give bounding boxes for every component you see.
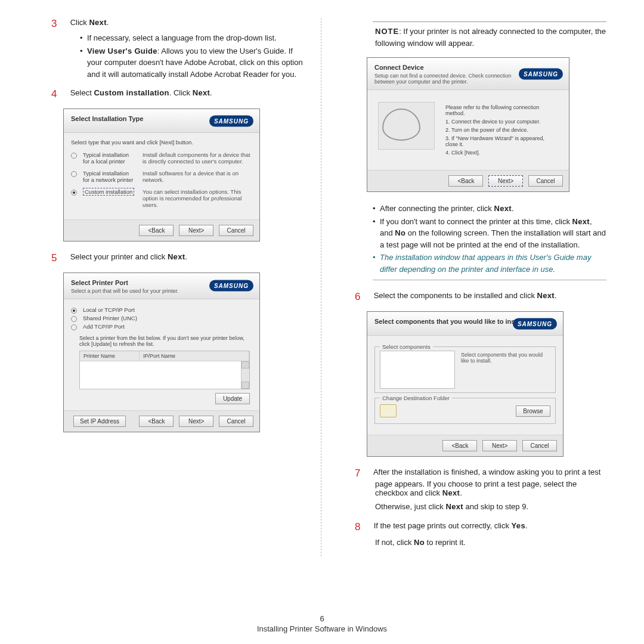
- dialog-subtitle: Select type that you want and click [Nex…: [71, 139, 252, 145]
- right-column: NOTE: If your printer is not already con…: [321, 18, 618, 556]
- step-3-bullets: If necessary, select a language from the…: [72, 32, 303, 80]
- divider: [373, 21, 606, 22]
- radio-shared-unc[interactable]: Shared Printer (UNC): [71, 315, 252, 322]
- samsung-logo: SAMSUNG: [209, 115, 253, 126]
- next-button[interactable]: Next>: [488, 175, 523, 187]
- connection-illustration: [378, 102, 435, 150]
- components-list[interactable]: [380, 351, 455, 389]
- scroll-down-icon[interactable]: [242, 382, 249, 389]
- dialog-header: Select Printer Port Select a port that w…: [64, 273, 259, 299]
- dialog-footer: <Back Next> Cancel: [367, 170, 569, 191]
- step-text-2: If not, click No to reprint it.: [375, 537, 606, 549]
- radio-icon: [71, 171, 77, 177]
- next-button[interactable]: Next>: [179, 416, 213, 427]
- dialog-header: Select components that you would like to…: [367, 312, 563, 336]
- update-button[interactable]: Update: [215, 393, 250, 404]
- bullet: If you don't want to connect the printer…: [373, 216, 606, 251]
- step-text: Select the components to be installed an…: [374, 291, 557, 300]
- dialog-footer: <Back Next> Cancel: [367, 435, 563, 456]
- dialog-select-installation-type: × Select Installation Type SAMSUNG Selec…: [63, 109, 260, 242]
- dialog-body: Local or TCP/IP Port Shared Printer (UNC…: [64, 299, 259, 410]
- dialog-header: Select Installation Type SAMSUNG: [64, 109, 259, 133]
- dialog-select-printer-port: × Select Printer Port Select a port that…: [63, 273, 260, 432]
- footer-title: Installing Printer Software in Windows: [257, 624, 387, 633]
- dialog-connect-device: × Connect Device Setup can not find a co…: [367, 57, 569, 192]
- step-number: 3: [51, 18, 68, 30]
- dialog-footer: <Back Next> Cancel: [64, 219, 259, 241]
- step-6: 6 Select the components to be installed …: [375, 291, 606, 303]
- samsung-logo: SAMSUNG: [519, 68, 563, 79]
- bullet-italic-note: The installation window that appears in …: [373, 252, 606, 275]
- back-button[interactable]: <Back: [448, 175, 483, 187]
- post-dialog-bullets: After connecting the printer, click Next…: [373, 203, 606, 275]
- step-text-2: Otherwise, just click Next and skip to s…: [375, 501, 606, 513]
- scrollbar[interactable]: [241, 361, 249, 389]
- dialog-body: Select components Select components that…: [367, 336, 563, 435]
- note-paragraph: NOTE: If your printer is not already con…: [375, 26, 606, 49]
- bullet: View User's Guide: Allows you to view th…: [80, 45, 303, 80]
- back-button[interactable]: <Back: [139, 225, 174, 236]
- left-column: 3 Click Next. If necessary, select a lan…: [24, 18, 321, 556]
- step-text: After the installation is finished, a wi…: [373, 467, 601, 497]
- radio-custom[interactable]: Custom installation You can select insta…: [71, 188, 252, 209]
- dialog-body: Select type that you want and click [Nex…: [64, 133, 259, 219]
- radio-icon: [71, 324, 77, 330]
- step-8: 8 If the test page prints out correctly,…: [375, 521, 606, 549]
- divider: [373, 280, 606, 280]
- back-button[interactable]: <Back: [442, 440, 477, 451]
- cancel-button[interactable]: Cancel: [522, 440, 557, 451]
- dialog-header: Connect Device Setup can not find a conn…: [367, 58, 569, 90]
- page-footer: 6 Installing Printer Software in Windows: [0, 614, 644, 633]
- radio-typical-network[interactable]: Typical installation for a network print…: [71, 170, 252, 184]
- fieldset-destination: Change Destination Folder Browse: [374, 398, 556, 424]
- radio-icon: [71, 153, 77, 159]
- cancel-button[interactable]: Cancel: [528, 175, 563, 187]
- dialog-select-components: × Select components that you would like …: [367, 311, 564, 457]
- scroll-up-icon[interactable]: [242, 361, 249, 369]
- step-4: 4 Select Custom installation. Click Next…: [72, 88, 303, 100]
- radio-icon: [71, 308, 77, 314]
- page-number: 6: [0, 614, 644, 623]
- step-text: Click Next.: [70, 18, 109, 27]
- bullet: If necessary, select a language from the…: [80, 32, 303, 44]
- connection-steps: Please refer to the following connection…: [445, 102, 558, 158]
- step-number: 5: [51, 252, 68, 264]
- list-header: Printer Name IP/Port Name: [80, 351, 249, 361]
- step-3: 3 Click Next. If necessary, select a lan…: [72, 18, 303, 80]
- radio-icon: [71, 316, 77, 322]
- step-7: 7 After the installation is finished, a …: [375, 467, 606, 513]
- radio-local-tcpip[interactable]: Local or TCP/IP Port: [71, 306, 252, 314]
- step-number: 7: [355, 467, 371, 479]
- step-number: 4: [51, 88, 68, 100]
- hint-text: Select a printer from the list below. If…: [79, 335, 250, 347]
- set-ip-button[interactable]: Set IP Address: [73, 416, 126, 427]
- step-text: Select Custom installation. Click Next.: [70, 88, 212, 97]
- list-body: [80, 361, 249, 389]
- dialog-sub: Setup can not find a connected device. C…: [374, 73, 512, 85]
- next-button[interactable]: Next>: [179, 225, 213, 236]
- samsung-logo: SAMSUNG: [513, 318, 557, 329]
- fieldset-components: Select components Select components that…: [374, 346, 556, 393]
- next-button[interactable]: Next>: [482, 440, 517, 451]
- radio-add-tcpip[interactable]: Add TCP/IP Port: [71, 323, 252, 330]
- samsung-logo: SAMSUNG: [209, 280, 253, 292]
- folder-icon: [380, 404, 397, 417]
- back-button[interactable]: <Back: [139, 416, 174, 427]
- cancel-button[interactable]: Cancel: [219, 225, 253, 236]
- step-text: Select your printer and click Next.: [70, 252, 187, 261]
- bullet: After connecting the printer, click Next…: [373, 203, 606, 215]
- dialog-footer: Set IP Address <Back Next> Cancel: [64, 410, 259, 432]
- cancel-button[interactable]: Cancel: [219, 416, 253, 427]
- step-number: 8: [355, 521, 371, 533]
- step-text: If the test page prints out correctly, c…: [374, 521, 528, 530]
- step-5: 5 Select your printer and click Next.: [72, 252, 303, 264]
- radio-typical-local[interactable]: Typical installation for a local printer…: [71, 151, 252, 165]
- step-number: 6: [355, 291, 371, 303]
- page: 3 Click Next. If necessary, select a lan…: [0, 0, 644, 556]
- dialog-body: Please refer to the following connection…: [367, 90, 569, 170]
- printer-list[interactable]: Printer Name IP/Port Name: [79, 351, 250, 389]
- browse-button[interactable]: Browse: [516, 405, 550, 417]
- radio-icon: [71, 190, 77, 196]
